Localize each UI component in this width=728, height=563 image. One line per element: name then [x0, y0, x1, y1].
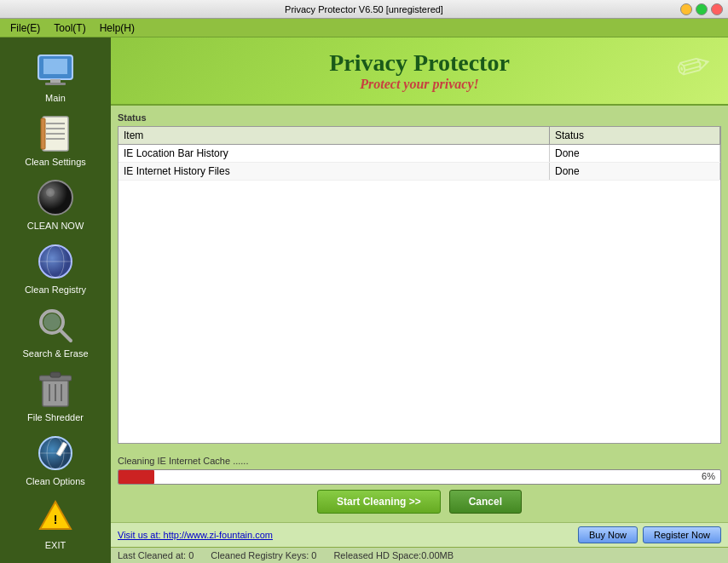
row2-item: IE Internet History Files — [118, 163, 550, 181]
svg-line-18 — [61, 330, 71, 341]
svg-rect-21 — [50, 372, 61, 377]
minimize-button[interactable] — [680, 3, 692, 15]
svg-rect-3 — [45, 83, 66, 85]
menu-tool[interactable]: Tool(T) — [47, 20, 92, 36]
monitor-icon — [35, 49, 76, 90]
close-button[interactable] — [711, 3, 723, 15]
window-controls[interactable] — [680, 3, 723, 15]
progress-bar-container: 6% — [118, 469, 721, 485]
search-icon — [35, 305, 76, 346]
status-table-container: Item Status IE Location Bar History Done… — [118, 126, 721, 444]
sidebar-item-clean-settings[interactable]: Clean Settings — [0, 108, 111, 172]
title-bar: Privacy Protector V6.50 [unregistered] — [0, 0, 728, 19]
notebook-icon — [35, 113, 76, 154]
svg-point-11 — [38, 181, 72, 215]
svg-rect-9 — [41, 118, 45, 149]
sidebar-label-clean-now: CLEAN NOW — [27, 221, 84, 231]
cleaned-keys: Cleaned Registry Keys: 0 — [211, 550, 316, 560]
menu-file[interactable]: File(E) — [3, 20, 47, 36]
row1-status: Done — [550, 145, 720, 163]
sidebar-item-file-shredder[interactable]: File Shredder — [0, 364, 111, 428]
progress-percent: 6% — [702, 471, 715, 481]
status-section: Status Item Status IE Location Bar Histo… — [111, 106, 728, 451]
progress-bar-fill — [118, 470, 154, 484]
svg-rect-2 — [50, 79, 61, 83]
released-space: Released HD Space:0.00MB — [333, 550, 454, 560]
banner: Privacy Protector Protect your privacy! … — [111, 37, 728, 106]
footer-buttons: Buy Now Register Now — [578, 526, 721, 543]
sidebar-label-clean-registry: Clean Registry — [25, 284, 86, 295]
svg-point-17 — [43, 313, 61, 330]
sidebar-label-exit: EXIT — [45, 540, 66, 550]
table-row: IE Location Bar History Done — [118, 145, 720, 163]
sidebar-label-clean-options: Clean Options — [26, 476, 85, 486]
cancel-button[interactable]: Cancel — [449, 490, 522, 514]
bottom-area: Cleaning IE Internet Cache ...... 6% Sta… — [111, 451, 728, 522]
sidebar-item-clean-options[interactable]: Clean Options — [0, 428, 111, 491]
sidebar-item-search-erase[interactable]: Search & Erase — [0, 300, 111, 364]
svg-text:!: ! — [54, 513, 58, 526]
trash-icon — [35, 369, 76, 410]
sidebar-label-search-erase: Search & Erase — [22, 348, 88, 359]
row1-item: IE Location Bar History — [118, 145, 550, 163]
sidebar-item-exit[interactable]: ! EXIT — [0, 491, 111, 555]
col-status: Status — [550, 127, 720, 145]
footer: Visit us at: http://www.zi-fountain.com … — [111, 522, 728, 547]
cleaning-status-text: Cleaning IE Internet Cache ...... — [118, 456, 721, 466]
start-cleaning-button[interactable]: Start Cleaning >> — [317, 490, 441, 514]
svg-point-12 — [46, 188, 55, 197]
buy-now-button[interactable]: Buy Now — [578, 526, 638, 543]
globe2-icon — [35, 433, 76, 474]
website-link[interactable]: Visit us at: http://www.zi-fountain.com — [118, 530, 273, 540]
exit-icon: ! — [35, 497, 76, 537]
status-label: Status — [118, 112, 721, 123]
sidebar-label-clean-settings: Clean Settings — [25, 157, 86, 167]
table-row: IE Internet History Files Done — [118, 163, 720, 181]
action-buttons: Start Cleaning >> Cancel — [118, 490, 721, 514]
sidebar-item-clean-registry[interactable]: Clean Registry — [0, 236, 111, 300]
sidebar-item-main[interactable]: Main — [0, 44, 111, 108]
maximize-button[interactable] — [696, 3, 708, 15]
sidebar-item-clean-now[interactable]: CLEAN NOW — [0, 172, 111, 236]
status-table: Item Status IE Location Bar History Done… — [118, 127, 720, 181]
row2-status: Done — [550, 163, 720, 181]
banner-title: Privacy Protector — [329, 49, 510, 77]
sidebar-label-file-shredder: File Shredder — [27, 412, 84, 422]
banner-subtitle: Protect your privacy! — [360, 77, 479, 92]
svg-rect-1 — [43, 59, 67, 74]
col-item: Item — [118, 127, 550, 145]
main-layout: Main Clean Settings — [0, 37, 728, 563]
banner-decoration: ✏ — [671, 38, 716, 93]
last-cleaned: Last Cleaned at: 0 — [118, 550, 194, 560]
menu-help[interactable]: Help(H) — [93, 20, 142, 36]
globe-icon — [35, 241, 76, 282]
register-now-button[interactable]: Register Now — [643, 526, 721, 543]
content-area: Privacy Protector Protect your privacy! … — [111, 37, 728, 563]
sidebar: Main Clean Settings — [0, 37, 111, 563]
lens-icon — [35, 177, 76, 218]
status-bar: Last Cleaned at: 0 Cleaned Registry Keys… — [111, 547, 728, 563]
title-text: Privacy Protector V6.50 [unregistered] — [285, 4, 443, 14]
menu-bar: File(E) Tool(T) Help(H) — [0, 19, 728, 37]
sidebar-label-main: Main — [45, 93, 66, 103]
